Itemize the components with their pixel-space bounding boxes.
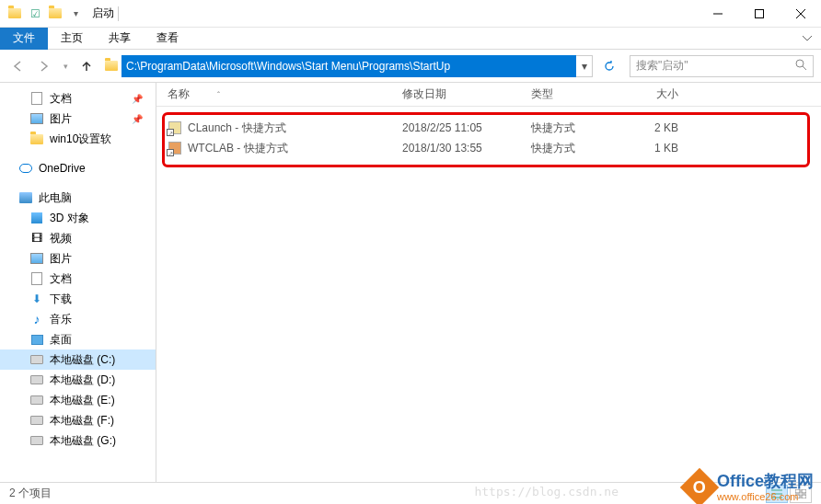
search-icon [795,59,807,74]
title-bar: ☑ ▾ 启动 [0,0,821,28]
column-size[interactable]: 大小 [623,86,697,102]
address-folder-icon [101,56,121,76]
search-input[interactable]: 搜索"启动" [630,55,814,77]
svg-rect-12 [802,495,806,498]
sidebar-drive-c[interactable]: 本地磁盘 (C:) [0,349,156,370]
shortcut-icon: ↗ [168,120,182,135]
highlight-annotation [162,112,810,167]
shortcut-icon: ↗ [168,141,182,155]
svg-rect-10 [802,489,806,493]
svg-point-4 [796,60,804,67]
document-icon [29,271,44,286]
file-list-pane: 名称 ˆ 修改日期 类型 大小 ↗ CLaunch - 快捷方式 2018/2/… [156,83,821,482]
sidebar-onedrive[interactable]: OneDrive [0,158,156,178]
folder-icon [29,132,44,146]
tab-home[interactable]: 主页 [48,28,96,50]
sidebar-thispc[interactable]: 此电脑 [0,188,156,208]
sidebar-drive-e[interactable]: 本地磁盘 (E:) [0,390,156,410]
drive-icon [29,433,44,448]
quick-access-documents[interactable]: 文档 📌 [0,88,156,109]
cloud-icon [18,161,33,176]
back-button[interactable] [7,55,29,77]
folder-icon [7,6,22,21]
view-details-button[interactable] [766,485,788,503]
svg-rect-1 [755,9,763,17]
pin-icon: 📌 [132,94,143,104]
sidebar-music[interactable]: ♪ 音乐 [0,309,156,329]
pin-icon: 📌 [132,114,143,124]
svg-rect-11 [795,495,800,498]
sidebar-desktop[interactable]: 桌面 [0,329,156,349]
column-date[interactable]: 修改日期 [402,86,531,102]
forward-button[interactable] [33,55,55,77]
up-button[interactable] [75,55,98,77]
sidebar-drive-f[interactable]: 本地磁盘 (F:) [0,410,156,430]
drive-icon [29,352,44,367]
qat-properties-icon[interactable]: ☑ [28,6,42,21]
cube-icon [29,211,44,225]
quick-access-pictures[interactable]: 图片 📌 [0,109,156,129]
drive-icon [29,393,44,407]
status-bar: 2 个项目 [0,482,821,504]
column-headers[interactable]: 名称 ˆ 修改日期 类型 大小 [156,83,821,107]
close-button[interactable] [780,0,821,28]
ribbon-expand-icon[interactable] [793,32,821,45]
maximize-button[interactable] [738,0,780,28]
download-icon: ⬇ [29,292,44,306]
sidebar-documents[interactable]: 文档 [0,269,156,289]
search-placeholder: 搜索"启动" [636,58,795,74]
document-icon [29,91,44,106]
sort-indicator-icon: ˆ [217,90,220,99]
music-icon: ♪ [29,312,44,326]
minimize-button[interactable] [697,0,738,28]
address-bar[interactable]: C:\ProgramData\Microsoft\Windows\Start M… [121,55,576,77]
navigation-bar: ▾ C:\ProgramData\Microsoft\Windows\Start… [0,50,821,83]
refresh-button[interactable] [598,55,620,77]
svg-rect-9 [795,489,800,493]
desktop-icon [29,332,44,347]
address-dropdown-icon[interactable]: ▾ [576,55,593,77]
video-icon: 🎞 [29,231,44,246]
item-count: 2 个项目 [9,486,52,501]
pc-icon [18,190,33,205]
picture-icon [29,111,44,126]
svg-line-5 [803,66,806,70]
qat-newfolder-icon[interactable] [48,6,63,21]
quick-access-folder[interactable]: win10设置软 [0,129,156,149]
drive-icon [29,413,44,428]
drive-icon [29,372,44,387]
qat-dropdown-icon[interactable]: ▾ [68,6,83,21]
sidebar-downloads[interactable]: ⬇ 下载 [0,289,156,309]
window-title: 启动 [92,6,114,21]
tab-file[interactable]: 文件 [0,28,48,50]
tab-view[interactable]: 查看 [144,28,191,50]
sidebar-drive-g[interactable]: 本地磁盘 (G:) [0,430,156,451]
picture-icon [29,251,44,266]
tab-share[interactable]: 共享 [96,28,144,50]
view-icons-button[interactable] [790,485,812,503]
column-name[interactable]: 名称 [168,86,190,102]
sidebar-3dobjects[interactable]: 3D 对象 [0,208,156,228]
sidebar-drive-d[interactable]: 本地磁盘 (D:) [0,370,156,390]
navigation-pane: 文档 📌 图片 📌 win10设置软 OneDrive 此电脑 3D 对象 🎞 [0,83,156,482]
sidebar-pictures[interactable]: 图片 [0,248,156,269]
ribbon-tabs: 文件 主页 共享 查看 [0,28,821,50]
sidebar-videos[interactable]: 🎞 视频 [0,228,156,248]
column-type[interactable]: 类型 [531,86,623,102]
recent-dropdown-icon[interactable]: ▾ [59,55,72,77]
